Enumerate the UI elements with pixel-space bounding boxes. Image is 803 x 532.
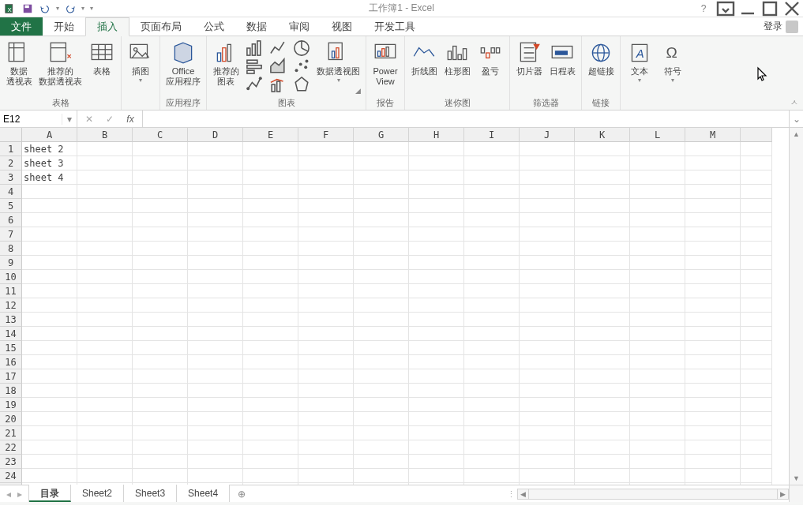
- cell[interactable]: [741, 185, 772, 199]
- cell[interactable]: [741, 469, 772, 483]
- cell[interactable]: [188, 170, 243, 185]
- cell[interactable]: [575, 412, 630, 426]
- cell[interactable]: [575, 185, 630, 199]
- cell[interactable]: [520, 242, 575, 256]
- cell[interactable]: [685, 313, 741, 327]
- cell[interactable]: [133, 455, 188, 469]
- cell[interactable]: [243, 142, 298, 156]
- cell[interactable]: [685, 185, 741, 199]
- cell[interactable]: [77, 185, 133, 199]
- cell[interactable]: [575, 199, 630, 213]
- cell[interactable]: [575, 227, 630, 242]
- cell[interactable]: [575, 170, 630, 185]
- sheet-tab[interactable]: Sheet3: [124, 485, 177, 502]
- undo-button[interactable]: [36, 1, 54, 17]
- cell[interactable]: [409, 313, 464, 327]
- cell[interactable]: [685, 469, 741, 483]
- cell[interactable]: [77, 170, 133, 185]
- cell[interactable]: [630, 185, 685, 199]
- add-sheet-button[interactable]: ⊕: [230, 485, 253, 502]
- cell[interactable]: [464, 355, 520, 369]
- timeline-button[interactable]: 日程表: [546, 38, 579, 78]
- cell[interactable]: [133, 369, 188, 384]
- cell[interactable]: [133, 227, 188, 242]
- cell[interactable]: [354, 327, 409, 341]
- cell[interactable]: [409, 185, 464, 199]
- cell[interactable]: [77, 284, 133, 298]
- cell[interactable]: [741, 455, 772, 469]
- row-header[interactable]: 17: [0, 369, 22, 384]
- recommended-charts-button[interactable]: 推荐的图表: [209, 38, 242, 88]
- sheet-tab[interactable]: 目录: [29, 485, 71, 502]
- column-chart-button[interactable]: [244, 39, 265, 57]
- cell[interactable]: [741, 227, 772, 242]
- cell[interactable]: [520, 327, 575, 341]
- cell[interactable]: [741, 341, 772, 355]
- cell[interactable]: [77, 256, 133, 270]
- cell[interactable]: [630, 327, 685, 341]
- cell[interactable]: [520, 412, 575, 426]
- cell[interactable]: [298, 242, 354, 256]
- row-header[interactable]: 7: [0, 227, 22, 242]
- row-header[interactable]: 12: [0, 298, 22, 313]
- cell[interactable]: [354, 227, 409, 242]
- table-button[interactable]: 表格: [85, 38, 118, 78]
- undo-dropdown[interactable]: ▾: [54, 1, 62, 17]
- cell[interactable]: [630, 170, 685, 185]
- cell[interactable]: [243, 185, 298, 199]
- cell[interactable]: [77, 412, 133, 426]
- tab-home[interactable]: 开始: [43, 17, 85, 36]
- office-apps-button[interactable]: Office应用程序: [163, 38, 204, 88]
- cell[interactable]: [520, 142, 575, 156]
- cell[interactable]: [133, 440, 188, 455]
- column-header[interactable]: M: [685, 128, 741, 142]
- cell[interactable]: [77, 469, 133, 483]
- cell[interactable]: [22, 355, 77, 369]
- cell[interactable]: [298, 213, 354, 227]
- cell[interactable]: [188, 384, 243, 398]
- cell[interactable]: [298, 199, 354, 213]
- cell[interactable]: [741, 270, 772, 284]
- cell[interactable]: [409, 170, 464, 185]
- login-link[interactable]: 登录: [759, 17, 803, 36]
- cell[interactable]: [741, 327, 772, 341]
- cell[interactable]: [409, 440, 464, 455]
- cell[interactable]: [520, 170, 575, 185]
- cell[interactable]: [243, 199, 298, 213]
- cell[interactable]: [630, 242, 685, 256]
- cell[interactable]: [464, 213, 520, 227]
- tab-file[interactable]: 文件: [0, 17, 43, 36]
- slicer-button[interactable]: 切片器: [512, 38, 546, 78]
- tab-dev[interactable]: 开发工具: [363, 17, 426, 36]
- cell[interactable]: [188, 270, 243, 284]
- cell[interactable]: [188, 227, 243, 242]
- scatter-chart-button[interactable]: [291, 58, 312, 75]
- cell[interactable]: [354, 170, 409, 185]
- cell[interactable]: [685, 199, 741, 213]
- cell[interactable]: [409, 242, 464, 256]
- cell[interactable]: [243, 384, 298, 398]
- cell[interactable]: [685, 355, 741, 369]
- cell[interactable]: [77, 298, 133, 313]
- cell[interactable]: [741, 170, 772, 185]
- cell[interactable]: [77, 199, 133, 213]
- cell[interactable]: [133, 426, 188, 440]
- cell[interactable]: [464, 327, 520, 341]
- cell[interactable]: [575, 242, 630, 256]
- tab-view[interactable]: 视图: [321, 17, 363, 36]
- column-header[interactable]: F: [298, 128, 354, 142]
- cell[interactable]: [243, 369, 298, 384]
- horizontal-scrollbar[interactable]: ◀ ▶: [517, 489, 789, 500]
- cell[interactable]: [630, 142, 685, 156]
- column-header[interactable]: A: [22, 128, 77, 142]
- cell[interactable]: [22, 412, 77, 426]
- cell[interactable]: [298, 426, 354, 440]
- column-header[interactable]: G: [354, 128, 409, 142]
- cell[interactable]: [630, 455, 685, 469]
- cell[interactable]: [409, 355, 464, 369]
- cell[interactable]: [77, 213, 133, 227]
- cell[interactable]: [520, 355, 575, 369]
- row-header[interactable]: 9: [0, 256, 22, 270]
- vertical-scrollbar[interactable]: ▲ ▼: [789, 128, 803, 485]
- cell[interactable]: [22, 455, 77, 469]
